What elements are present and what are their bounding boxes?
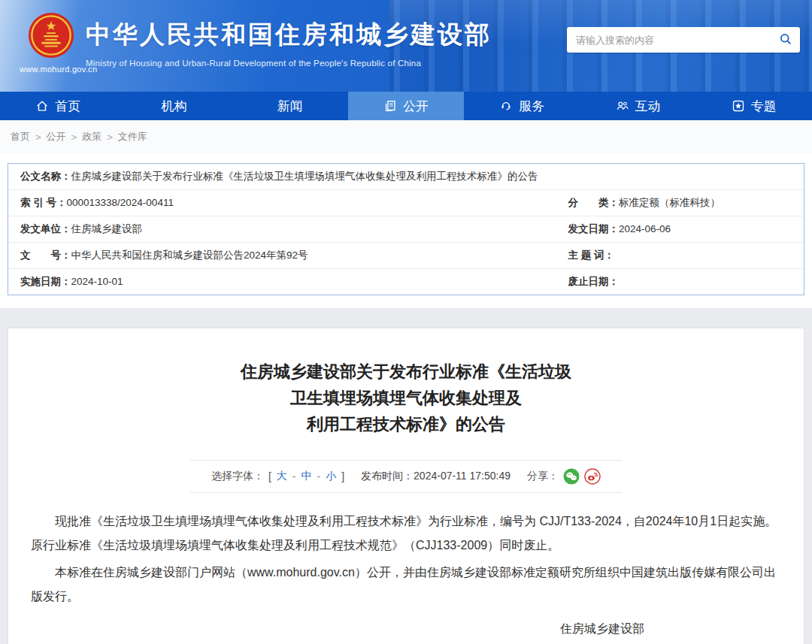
document-icon bbox=[383, 99, 397, 113]
docinfo-value: 标准定额（标准科技） bbox=[619, 195, 720, 210]
search-box bbox=[567, 27, 800, 53]
nav-item-disclosure[interactable]: 公开 bbox=[348, 92, 464, 120]
breadcrumb-library[interactable]: 文件库 bbox=[118, 130, 147, 144]
font-size-large-button[interactable]: 大 bbox=[276, 470, 288, 483]
nav-item-interaction[interactable]: 互动 bbox=[580, 92, 695, 120]
article-title-line: 利用工程技术标准》的公告 bbox=[8, 411, 804, 437]
dash: - bbox=[292, 470, 296, 482]
docinfo-label: 废止日期： bbox=[568, 274, 619, 289]
site-brand[interactable]: 中华人民共和国住房和城乡建设部 Ministry of Housing and … bbox=[86, 18, 492, 68]
home-icon bbox=[35, 99, 49, 113]
docinfo-cell-doc-number: 文 号： 中华人民共和国住房和城乡建设部公告2024年第92号 bbox=[20, 248, 568, 263]
nav-item-label: 互动 bbox=[635, 98, 661, 115]
nav-item-label: 服务 bbox=[519, 98, 544, 115]
nav-item-label: 机构 bbox=[161, 98, 186, 115]
breadcrumb-home[interactable]: 首页 bbox=[11, 130, 30, 144]
article-paragraph: 本标准在住房城乡建设部门户网站（www.mohurd.gov.cn）公开，并由住… bbox=[31, 561, 781, 609]
docinfo-value: 000013338/2024-00411 bbox=[67, 195, 174, 210]
article-paragraph: 现批准《生活垃圾卫生填埋场填埋气体收集处理及利用工程技术标准》为行业标准，编号为… bbox=[31, 509, 781, 558]
signature-date: 2024年6月6日 bbox=[8, 640, 644, 644]
site-title: 中华人民共和国住房和城乡建设部 bbox=[86, 18, 492, 52]
docinfo-row-name: 公文名称： 住房城乡建设部关于发布行业标准《生活垃圾卫生填埋场填埋气体收集处理及… bbox=[8, 164, 804, 189]
weibo-share-icon[interactable] bbox=[584, 468, 601, 485]
nav-item-label: 新闻 bbox=[277, 98, 303, 115]
article-container: 住房城乡建设部关于发布行业标准《生活垃圾 卫生填埋场填埋气体收集处理及 利用工程… bbox=[8, 328, 804, 644]
docinfo-table: 公文名称： 住房城乡建设部关于发布行业标准《生活垃圾卫生填埋场填埋气体收集处理及… bbox=[8, 163, 804, 295]
font-size-small-button[interactable]: 小 bbox=[325, 470, 337, 483]
docinfo-cell-subject-words: 主 题 词： bbox=[568, 248, 792, 263]
docinfo-row: 实施日期： 2024-10-01 废止日期： bbox=[8, 268, 804, 295]
magnifier-icon bbox=[779, 32, 792, 48]
emblem-column: www.mohurd.gov.cn bbox=[20, 12, 83, 74]
search-button[interactable] bbox=[771, 27, 800, 53]
docinfo-label: 实施日期： bbox=[20, 274, 71, 289]
docinfo-name-value: 住房城乡建设部关于发布行业标准《生活垃圾卫生填埋场填埋气体收集处理及利用工程技术… bbox=[71, 169, 538, 184]
breadcrumb-separator: > bbox=[35, 132, 41, 143]
docinfo-value: 中华人民共和国住房和城乡建设部公告2024年第92号 bbox=[71, 248, 308, 263]
nav-item-label: 首页 bbox=[55, 98, 80, 115]
nav-item-news[interactable]: 新闻 bbox=[232, 92, 348, 120]
nav-item-organization[interactable]: 机构 bbox=[116, 92, 232, 120]
article-body: 现批准《生活垃圾卫生填埋场填埋气体收集处理及利用工程技术标准》为行业标准，编号为… bbox=[8, 493, 804, 609]
search-input[interactable] bbox=[567, 35, 771, 46]
docinfo-label: 文 号： bbox=[20, 248, 71, 263]
dash: - bbox=[317, 470, 321, 482]
font-size-medium-button[interactable]: 中 bbox=[301, 470, 313, 483]
nav-item-topics[interactable]: 专题 bbox=[696, 92, 812, 120]
docinfo-row: 文 号： 中华人民共和国住房和城乡建设部公告2024年第92号 主 题 词： bbox=[8, 242, 804, 268]
national-emblem-icon bbox=[28, 48, 74, 61]
nav-item-home[interactable]: 首页 bbox=[0, 92, 116, 120]
docinfo-cell-category: 分 类： 标准定额（标准科技） bbox=[568, 195, 792, 210]
publish-time: 发布时间：2024-07-11 17:50:49 bbox=[361, 470, 511, 483]
site-url: www.mohurd.gov.cn bbox=[20, 65, 83, 74]
docinfo-cell-effective-date: 实施日期： 2024-10-01 bbox=[20, 274, 568, 289]
docinfo-cell-issue-date: 发文日期： 2024-06-06 bbox=[568, 222, 792, 237]
site-subtitle: Ministry of Housing and Urban-Rural Deve… bbox=[86, 59, 492, 68]
docinfo-section: 公文名称： 住房城乡建设部关于发布行业标准《生活垃圾卫生填埋场填埋气体收集处理及… bbox=[0, 153, 812, 308]
breadcrumb-policy[interactable]: 政策 bbox=[82, 130, 102, 144]
docinfo-label: 主 题 词： bbox=[568, 248, 614, 263]
docinfo-name-label: 公文名称： bbox=[20, 169, 71, 184]
docinfo-label: 索 引 号： bbox=[20, 195, 67, 210]
nav-item-label: 专题 bbox=[751, 98, 777, 115]
docinfo-row: 发文单位： 住房城乡建设部 发文日期： 2024-06-06 bbox=[8, 216, 804, 242]
wechat-share-icon[interactable] bbox=[563, 468, 580, 485]
bracket-close: ] bbox=[341, 470, 344, 482]
share-label: 分享： bbox=[527, 470, 559, 483]
nav-item-services[interactable]: 服务 bbox=[464, 92, 580, 120]
signature-org: 住房城乡建设部 bbox=[8, 618, 644, 640]
docinfo-cell-issuing-unit: 发文单位： 住房城乡建设部 bbox=[20, 222, 568, 237]
bracket-open: [ bbox=[268, 470, 271, 482]
docinfo-value: 住房城乡建设部 bbox=[71, 222, 143, 237]
docinfo-cell-repeal-date: 废止日期： bbox=[568, 274, 792, 289]
docinfo-value: 2024-06-06 bbox=[619, 222, 671, 237]
headset-icon bbox=[499, 99, 513, 113]
breadcrumb-separator: > bbox=[107, 132, 113, 143]
article-title: 住房城乡建设部关于发布行业标准《生活垃圾 卫生填埋场填埋气体收集处理及 利用工程… bbox=[8, 358, 804, 437]
docinfo-label: 发文单位： bbox=[20, 222, 71, 237]
nav-item-label: 公开 bbox=[403, 98, 429, 115]
breadcrumb-disclosure[interactable]: 公开 bbox=[47, 130, 66, 144]
site-header: www.mohurd.gov.cn 中华人民共和国住房和城乡建设部 Minist… bbox=[0, 0, 812, 92]
article-title-line: 住房城乡建设部关于发布行业标准《生活垃圾 bbox=[8, 358, 804, 385]
article-meta-bar: 选择字体： [ 大 - 中 - 小 ] 发布时间：2024-07-11 17:5… bbox=[190, 460, 622, 493]
article-title-line: 卫生填埋场填埋气体收集处理及 bbox=[8, 385, 804, 411]
docinfo-cell-index-number: 索 引 号： 000013338/2024-00411 bbox=[20, 195, 568, 210]
font-size-label: 选择字体： bbox=[211, 470, 264, 483]
breadcrumb: 首页 > 公开 > 政策 > 文件库 bbox=[0, 120, 812, 153]
docinfo-label: 发文日期： bbox=[568, 222, 619, 237]
breadcrumb-separator: > bbox=[71, 132, 77, 143]
people-icon bbox=[616, 99, 629, 113]
docinfo-row: 索 引 号： 000013338/2024-00411 分 类： 标准定额（标准… bbox=[8, 189, 804, 216]
signature-block: 住房城乡建设部 2024年6月6日 bbox=[8, 618, 804, 644]
main-nav: 首页 机构 新闻 公开 服务 bbox=[0, 92, 812, 120]
star-icon bbox=[732, 99, 745, 113]
docinfo-label: 分 类： bbox=[568, 195, 619, 210]
docinfo-value: 2024-10-01 bbox=[71, 274, 123, 289]
